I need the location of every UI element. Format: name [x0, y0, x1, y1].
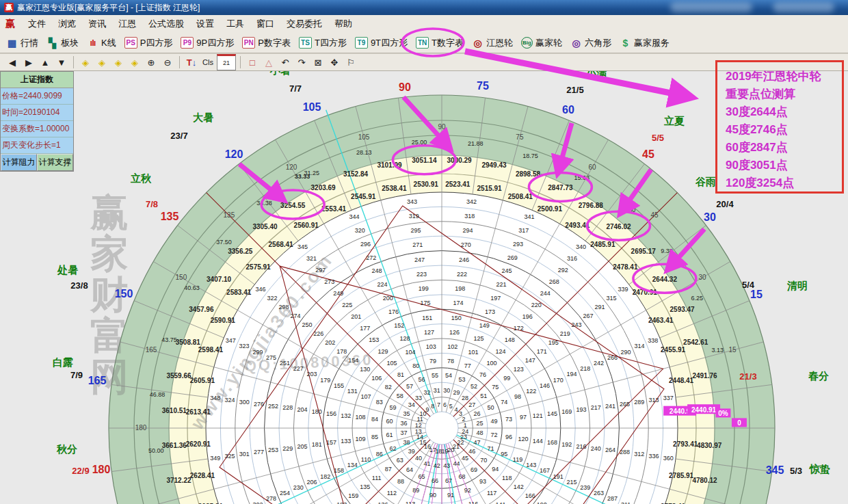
pan-left-button[interactable]: ◈ — [78, 55, 93, 69]
toolbar-button-label: K线 — [101, 37, 116, 49]
toolbar-button-label: 9P四方形 — [196, 37, 234, 49]
svg-text:34.38: 34.38 — [256, 200, 272, 207]
calc-support-button[interactable]: 计算支撑 — [37, 154, 73, 171]
zoom-in-button[interactable]: ⊕ — [144, 55, 159, 69]
svg-text:2: 2 — [462, 416, 465, 423]
toolbar-button-P四方形[interactable]: PSP四方形 — [121, 36, 178, 51]
svg-text:148: 148 — [505, 336, 515, 343]
menu-item-4[interactable]: 公式选股 — [142, 16, 190, 32]
t-number-table-icon: TN — [416, 37, 429, 49]
p-square-icon: PS — [124, 37, 137, 49]
toolbar-button-K线[interactable]: ılıK线 — [83, 36, 121, 51]
first-button[interactable]: ▲ — [38, 55, 53, 69]
svg-text:2598.41: 2598.41 — [198, 346, 224, 354]
rotate-ccw-button[interactable]: ↶ — [278, 55, 293, 69]
toolbar-button-9T四方形[interactable]: T99T四方形 — [352, 36, 412, 51]
svg-text:219: 219 — [560, 330, 570, 337]
menu-item-5[interactable]: 设置 — [190, 16, 220, 32]
svg-text:105: 105 — [358, 133, 370, 141]
select-tool-button[interactable]: ⚐ — [343, 55, 358, 69]
triangle-tool-button[interactable]: △ — [261, 55, 276, 69]
svg-text:127: 127 — [424, 329, 434, 336]
svg-text:293: 293 — [513, 241, 523, 248]
svg-text:320: 320 — [355, 227, 365, 234]
svg-text:221: 221 — [496, 281, 506, 288]
svg-text:109: 109 — [355, 436, 365, 442]
rect-tool-button[interactable]: □ — [245, 55, 260, 69]
svg-text:341: 341 — [524, 213, 534, 220]
pan-right-button[interactable]: ◈ — [94, 55, 109, 69]
svg-text:50: 50 — [487, 404, 494, 411]
svg-text:2605.91: 2605.91 — [190, 377, 215, 384]
svg-text:135: 135 — [360, 483, 370, 490]
toolbar-button-label: P数字表 — [258, 37, 291, 49]
svg-text:2508.41: 2508.41 — [508, 193, 533, 200]
svg-text:144: 144 — [533, 438, 543, 445]
svg-text:3000.29: 3000.29 — [447, 157, 473, 164]
svg-text:2542.61: 2542.61 — [683, 339, 708, 346]
toolbar-button-P数字表[interactable]: PNP数字表 — [239, 36, 295, 51]
menu-item-1[interactable]: 浏览 — [52, 16, 82, 32]
svg-text:3101.99: 3101.99 — [377, 161, 402, 169]
toolbar-button-江恩轮[interactable]: ◎江恩轮 — [468, 36, 518, 51]
svg-text:62: 62 — [390, 445, 397, 452]
svg-text:2470.91: 2470.91 — [633, 289, 658, 296]
menu-item-0[interactable]: 文件 — [22, 16, 52, 32]
svg-text:102: 102 — [447, 343, 458, 350]
svg-text:338: 338 — [648, 337, 658, 344]
svg-text:146: 146 — [540, 382, 550, 389]
menu-item-7[interactable]: 窗口 — [250, 16, 280, 32]
toolbar-button-9P四方形[interactable]: P99P四方形 — [177, 36, 239, 51]
svg-text:277: 277 — [254, 449, 264, 455]
svg-text:90: 90 — [429, 492, 436, 499]
menu-item-3[interactable]: 江恩 — [112, 16, 142, 32]
annotation-line: 45度2746点 — [726, 121, 839, 139]
menu-item-6[interactable]: 工具 — [220, 16, 250, 32]
menu-item-9[interactable]: 帮助 — [328, 16, 358, 32]
pan-up-button[interactable]: ◈ — [111, 55, 126, 69]
next-button[interactable]: ▶ — [21, 55, 36, 69]
svg-text:35: 35 — [403, 410, 410, 417]
svg-text:93: 93 — [479, 478, 486, 485]
zoom-out-button[interactable]: ⊖ — [160, 55, 175, 69]
toolbar-button-六角形[interactable]: ◎六角形 — [567, 36, 616, 51]
cls-button[interactable]: Cls — [200, 55, 215, 69]
svg-text:秋分: 秋分 — [56, 443, 77, 455]
svg-text:白露: 白露 — [53, 356, 73, 368]
menu-item-8[interactable]: 交易委托 — [280, 16, 328, 32]
svg-text:处暑: 处暑 — [57, 264, 78, 276]
toolbar-button-T四方形[interactable]: TST四方形 — [295, 36, 352, 51]
svg-text:7/8: 7/8 — [146, 199, 158, 209]
box-x-button[interactable]: ⊠ — [310, 55, 326, 69]
svg-text:88: 88 — [397, 478, 404, 485]
svg-text:3661.36: 3661.36 — [162, 442, 187, 449]
pan-down-button[interactable]: ◈ — [127, 55, 142, 69]
svg-text:195: 195 — [548, 339, 559, 346]
svg-text:12.50: 12.50 — [620, 207, 636, 213]
prev-button[interactable]: ◀ — [5, 55, 20, 69]
toolbar-button-行情[interactable]: ▦行情 — [3, 36, 43, 51]
toolbar-button-板块[interactable]: ▚板块 — [43, 36, 83, 51]
titlebar-blur-decoration — [670, 2, 752, 12]
toolbar-button-label: 9T四方形 — [371, 37, 408, 49]
toolbar-button-label: 六角形 — [585, 37, 611, 49]
toolbar-button-label: T四方形 — [315, 37, 347, 49]
toolbar-button-赢家轮[interactable]: Big赢家轮 — [518, 36, 567, 51]
move-button[interactable]: ✥ — [327, 55, 342, 69]
calendar-button[interactable]: 21 — [217, 54, 236, 70]
last-button[interactable]: ▼ — [54, 55, 69, 69]
svg-text:176: 176 — [388, 308, 399, 315]
rotate-cw-button[interactable]: ↷ — [294, 55, 309, 69]
svg-text:120: 120 — [286, 163, 297, 171]
svg-text:265: 265 — [620, 401, 630, 408]
menu-item-2[interactable]: 资讯 — [82, 16, 112, 32]
toolbar-button-T数字表[interactable]: TNT数字表 — [412, 36, 468, 51]
svg-text:98: 98 — [514, 393, 521, 400]
calc-resistance-button[interactable]: 计算阻力 — [1, 154, 37, 171]
svg-text:22/9: 22/9 — [72, 466, 89, 476]
t-down-button[interactable]: T↓ — [184, 55, 199, 69]
svg-text:25.00: 25.00 — [412, 139, 427, 146]
quotes-table-icon: ▦ — [6, 38, 18, 48]
svg-text:69: 69 — [471, 466, 477, 473]
toolbar-button-赢家服务[interactable]: $赢家服务 — [616, 36, 674, 51]
